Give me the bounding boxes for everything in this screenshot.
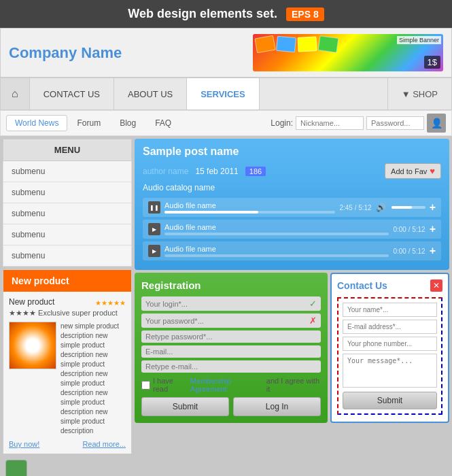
- banner-text: Web design elements set.: [128, 7, 277, 20]
- exclusive-label: ★★★★ Exclusive super product: [9, 309, 126, 318]
- sub-nav-blog[interactable]: Blog: [110, 116, 145, 131]
- nav-shop[interactable]: ▼ SHOP: [387, 78, 451, 109]
- submit-button[interactable]: Submit: [141, 397, 229, 416]
- contact-email-field[interactable]: [343, 320, 437, 334]
- sub-nav-world-news[interactable]: World News: [6, 115, 67, 131]
- nickname-input[interactable]: [296, 116, 364, 130]
- pause-button-1[interactable]: ❚❚: [148, 201, 160, 214]
- contact-title: Contact Us: [337, 280, 387, 291]
- email-field[interactable]: [145, 347, 317, 356]
- post-box: Sample post name author name 15 feb 2011…: [135, 139, 449, 270]
- add-fav-button[interactable]: Add to Fav ♥: [385, 163, 441, 179]
- post-badge: 186: [245, 167, 266, 176]
- play-button-3[interactable]: ▶: [148, 245, 160, 257]
- close-button[interactable]: ✕: [430, 279, 442, 292]
- sidebar: MENU submenu submenu submenu submenu sub…: [3, 139, 132, 476]
- sub-nav: World News Forum Blog FAQ Login: 👤: [0, 110, 452, 136]
- audio-name-1: Audio file name: [164, 201, 335, 209]
- login-field-wrap: ✓: [141, 296, 321, 311]
- product-stars: ★★★★★: [95, 299, 126, 307]
- buy-now-link[interactable]: Buy now!: [9, 440, 39, 448]
- post-date: 15 feb 2011: [195, 167, 238, 176]
- product-description: new simple product description new simpl…: [60, 322, 126, 436]
- audio-plus-1[interactable]: +: [430, 201, 436, 214]
- login-label: Login:: [271, 118, 293, 128]
- audio-item-3: ▶ Audio file name 0:00 / 5:12 +: [143, 241, 441, 260]
- login-field[interactable]: [145, 300, 309, 308]
- audio-time-3: 0:00 / 5:12: [393, 248, 425, 255]
- menu-header: MENU: [3, 139, 132, 161]
- banner-price: 1$: [424, 56, 440, 69]
- audio-plus-3[interactable]: +: [430, 245, 436, 257]
- nav-about-us-label: ABOUT US: [128, 89, 173, 99]
- audio-item-1: ❚❚ Audio file name 2:45 / 5:12 🔊 +: [143, 198, 441, 217]
- agreement-check: I have read Membership Agreement and I a…: [141, 377, 321, 393]
- main-area: MENU submenu submenu submenu submenu sub…: [0, 136, 452, 476]
- password-input[interactable]: [366, 116, 424, 130]
- contact-us-box: Contact Us ✕ Submit: [330, 273, 449, 423]
- menu-item-3[interactable]: submenu: [3, 203, 132, 224]
- agreement-checkbox[interactable]: [141, 381, 150, 390]
- email-field-wrap: [141, 345, 321, 358]
- nav-contact-us[interactable]: CONTACT US: [30, 78, 114, 109]
- retype-email-wrap: [141, 360, 321, 373]
- contact-phone-field[interactable]: [343, 337, 437, 351]
- banner-image: Simple Banner 1$: [253, 34, 443, 71]
- sub-nav-faq[interactable]: FAQ: [145, 116, 181, 131]
- volume-icon-1: 🔊: [376, 203, 386, 212]
- x-icon: ✗: [309, 316, 317, 326]
- new-product-header: New product: [3, 270, 131, 292]
- retype-email-field[interactable]: [145, 362, 317, 371]
- contact-submit-button[interactable]: Submit: [343, 392, 437, 409]
- post-title: Sample post name: [143, 146, 441, 158]
- check-icon: ✓: [309, 299, 317, 309]
- menu-item-2[interactable]: submenu: [3, 182, 132, 203]
- nav-home[interactable]: ⌂: [1, 78, 30, 109]
- simple-banner-label: Simple Banner: [397, 36, 441, 44]
- password-field-wrap: ✗: [141, 313, 321, 328]
- product-title: New product: [9, 297, 54, 307]
- read-more-link[interactable]: Read more...: [82, 440, 126, 448]
- play-button-2[interactable]: ▶: [148, 223, 160, 235]
- main-nav: ⌂ CONTACT US ABOUT US SERVICES ▼ SHOP: [0, 78, 452, 110]
- nav-shop-label: ▼ SHOP: [402, 89, 438, 99]
- bottom-row: Registration ✓ ✗: [135, 273, 449, 423]
- author-name[interactable]: author name: [143, 167, 188, 176]
- menu-item-1[interactable]: submenu: [3, 161, 132, 182]
- registration-title: Registration: [141, 279, 321, 291]
- retype-password-field[interactable]: [145, 333, 317, 341]
- user-icon: 👤: [427, 114, 446, 133]
- membership-link[interactable]: Membership Agreement: [190, 377, 264, 393]
- nav-contact-us-label: CONTACT US: [44, 89, 100, 99]
- sub-nav-forum[interactable]: Forum: [67, 116, 110, 131]
- close-icon: ✕: [433, 281, 440, 290]
- content-area: Sample post name author name 15 feb 2011…: [135, 139, 449, 476]
- login-area: Login: 👤: [271, 114, 446, 133]
- logo: Company Name: [9, 44, 122, 62]
- contact-name-field[interactable]: [343, 303, 437, 317]
- login-button[interactable]: Log In: [233, 397, 321, 416]
- registration-box: Registration ✓ ✗: [135, 273, 328, 423]
- nav-about-us[interactable]: ABOUT US: [114, 78, 187, 109]
- reg-password-field[interactable]: [145, 317, 309, 325]
- home-icon: ⌂: [12, 88, 18, 100]
- menu-item-4[interactable]: submenu: [3, 224, 132, 245]
- heart-icon: ♥: [430, 166, 435, 176]
- agreement-text: I have read: [153, 377, 188, 393]
- product-image: [9, 322, 56, 369]
- audio-time-2: 0:00 / 5:12: [393, 226, 425, 233]
- audio-catalog-label: Audio catalog name: [143, 183, 441, 192]
- contact-message[interactable]: [343, 354, 437, 388]
- eps-badge: EPS 8: [286, 7, 324, 21]
- logo-text: Company: [9, 44, 81, 61]
- top-banner: Web design elements set. EPS 8: [0, 0, 452, 28]
- swatch-green[interactable]: [5, 460, 27, 476]
- audio-plus-2[interactable]: +: [430, 223, 436, 235]
- audio-name-2: Audio file name: [164, 223, 389, 231]
- retype-password-wrap: [141, 330, 321, 343]
- new-product-box: New product New product ★★★★★ ★★★★ Exclu…: [3, 269, 132, 454]
- menu-item-5[interactable]: submenu: [3, 245, 132, 267]
- nav-services[interactable]: SERVICES: [187, 78, 260, 109]
- add-fav-label: Add to Fav: [391, 167, 427, 175]
- audio-item-2: ▶ Audio file name 0:00 / 5:12 +: [143, 220, 441, 239]
